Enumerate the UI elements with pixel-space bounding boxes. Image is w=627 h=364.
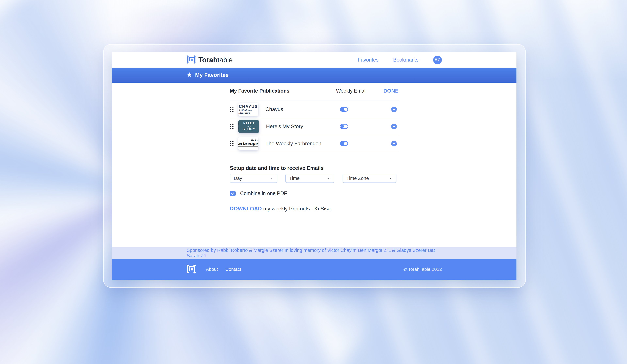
publications-header: My Favorite Publications Weekly Email DO… (230, 88, 399, 101)
sponsor-bar: Sponsored by Rabbi Roberto & Margie Szer… (112, 247, 517, 259)
sponsor-text: Sponsored by Rabbi Roberto & Margie Szer… (187, 248, 442, 259)
drag-handle-icon[interactable] (230, 106, 235, 112)
weekly-email-toggle[interactable] (340, 107, 348, 112)
weekly-email-toggle[interactable] (340, 141, 348, 146)
weekly-email-toggle[interactable] (340, 124, 348, 129)
chevron-down-icon (270, 176, 273, 180)
brand-logo[interactable]: Torahtable (187, 55, 232, 65)
app-window: Torahtable Favorites Bookmarks MG ★ My F… (112, 52, 517, 280)
drag-handle-icon[interactable] (230, 141, 235, 146)
footer-torah-scroll-icon (187, 264, 196, 274)
timezone-select[interactable]: Time Zone (343, 174, 396, 183)
heres-my-story-logo: HERE'S my STORY (238, 120, 259, 133)
nav-favorites[interactable]: Favorites (358, 57, 378, 63)
footer: About Contact © TorahTable 2022 (112, 259, 517, 280)
header-nav: Favorites Bookmarks MG (358, 56, 442, 64)
download-row: DOWNLOAD my weekly Printouts - Ki Sisa (230, 206, 399, 212)
farbrengen-logo: The Weekly Farbrengen (238, 137, 258, 150)
publication-name: Chayus (265, 106, 327, 112)
logo-midtext: my (247, 125, 251, 127)
chayus-logo: CHAYUS A Shabbos Stimulus (238, 103, 258, 116)
minus-icon (393, 143, 395, 144)
combine-label: Combine in one PDF (240, 191, 287, 196)
glass-card: Torahtable Favorites Bookmarks MG ★ My F… (103, 44, 526, 288)
combine-checkbox[interactable] (230, 191, 236, 196)
publication-row: CHAYUS A Shabbos Stimulus Chayus (230, 101, 399, 118)
download-text: my weekly Printouts - Ki Sisa (262, 206, 330, 211)
chevron-down-icon (327, 176, 330, 180)
copyright-text: © TorahTable 2022 (404, 267, 442, 272)
done-button[interactable]: DONE (383, 88, 399, 94)
publication-name: The Weekly Farbrengen (265, 141, 327, 147)
nav-bookmarks[interactable]: Bookmarks (393, 57, 418, 63)
logo-subtext: A Shabbos Stimulus (238, 109, 258, 114)
footer-link-contact[interactable]: Contact (225, 267, 241, 272)
remove-button[interactable] (391, 124, 397, 129)
user-avatar[interactable]: MG (433, 56, 442, 64)
check-icon (231, 192, 235, 195)
publications-title: My Favorite Publications (230, 88, 327, 94)
schedule-heading: Setup date and time to receive Emails (230, 165, 399, 171)
torah-scroll-icon (187, 55, 196, 65)
footer-links: About Contact (206, 267, 241, 272)
drag-handle-icon[interactable] (230, 124, 235, 129)
minus-icon (393, 126, 395, 127)
logo-text: CHAYUS (239, 104, 258, 108)
remove-button[interactable] (391, 141, 397, 146)
page-title: My Favorites (195, 72, 229, 78)
publication-row: The Weekly Farbrengen The Weekly Farbren… (230, 135, 399, 152)
publication-row: HERE'S my STORY Here’s My Story (230, 118, 399, 135)
logo-subtext: The Weekly (251, 139, 258, 141)
star-icon: ★ (187, 72, 192, 78)
logo-text: HERE'S (243, 122, 255, 125)
brand-wordmark: Torahtable (198, 56, 232, 64)
publication-name: Here’s My Story (266, 123, 327, 129)
logo-text: Farbrengen (238, 141, 258, 146)
download-link[interactable]: DOWNLOAD (230, 206, 262, 211)
schedule-selects: Day Time Time Zone (230, 174, 399, 183)
page-banner: ★ My Favorites (112, 68, 517, 83)
time-select[interactable]: Time (285, 174, 334, 183)
chevron-down-icon (389, 176, 393, 180)
main-content: My Favorite Publications Weekly Email DO… (112, 83, 517, 247)
combine-option: Combine in one PDF (230, 191, 399, 196)
logo-subtext: STORY (243, 127, 255, 131)
weekly-email-column-label: Weekly Email (327, 88, 376, 94)
minus-icon (393, 109, 395, 110)
remove-button[interactable] (391, 106, 397, 112)
day-select[interactable]: Day (230, 174, 277, 183)
site-header: Torahtable Favorites Bookmarks MG (112, 52, 517, 68)
footer-link-about[interactable]: About (206, 267, 218, 272)
